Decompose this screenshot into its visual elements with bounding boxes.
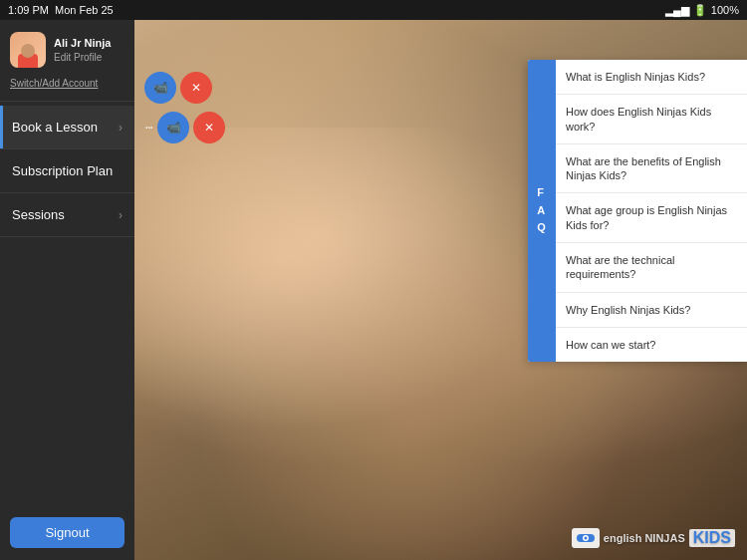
status-time: 1:09 PM <box>8 4 49 16</box>
brand-kids: KIDS <box>689 529 735 547</box>
faq-item-5[interactable]: Why English Ninjas Kids? <box>556 293 747 328</box>
sidebar-item-label-book: Book a Lesson <box>12 120 98 135</box>
video-close-button-1[interactable]: ✕ <box>180 72 212 104</box>
faq-list: What is English Ninjas Kids? How does En… <box>556 60 747 362</box>
sidebar-item-label-sessions: Sessions <box>12 207 65 222</box>
sidebar-item-label-subscription: Subscription Plan <box>12 163 113 178</box>
faq-item-2[interactable]: What are the benefits of English Ninjas … <box>556 144 747 194</box>
video-camera-button-1[interactable]: 📹 <box>144 72 176 104</box>
wifi-icon: ▂▄▆ <box>665 4 689 17</box>
status-bar: 1:09 PM Mon Feb 25 ▂▄▆ 🔋 100% <box>0 0 747 20</box>
faq-item-3[interactable]: What age group is English Ninjas Kids fo… <box>556 193 747 243</box>
active-indicator <box>0 106 3 148</box>
chevron-icon-sessions: › <box>119 208 123 222</box>
faq-item-0[interactable]: What is English Ninjas Kids? <box>556 60 747 95</box>
sidebar-item-subscription[interactable]: Subscription Plan <box>0 149 134 193</box>
avatar <box>10 32 46 68</box>
profile-info: Ali Jr Ninja Edit Profile <box>54 37 111 63</box>
status-bar-left: 1:09 PM Mon Feb 25 <box>8 4 114 16</box>
switch-account-link[interactable]: Switch/Add Account <box>10 78 98 89</box>
camera-icon-1: 📹 <box>153 81 168 95</box>
profile-name: Ali Jr Ninja <box>54 37 111 50</box>
faq-item-4[interactable]: What are the technical requirements? <box>556 243 747 293</box>
faq-panel: FAQ What is English Ninjas Kids? How doe… <box>528 60 747 362</box>
signout-button[interactable]: Signout <box>10 517 124 548</box>
faq-header: FAQ <box>528 60 556 362</box>
avatar-head <box>21 44 35 58</box>
main-content: 📹 ✕ ··· 📹 ✕ FAQ What is <box>134 20 747 560</box>
nav-items: Book a Lesson › Subscription Plan Sessio… <box>0 102 134 505</box>
camera-icon-2: 📹 <box>166 121 181 135</box>
brand-logo: english NINJAS KIDS <box>572 528 735 548</box>
video-row-1: 📹 ✕ <box>144 72 225 104</box>
brand-icon <box>572 528 600 548</box>
ninja-logo-icon <box>576 531 596 545</box>
avatar-inner <box>10 32 46 68</box>
status-day: Mon Feb 25 <box>55 4 114 16</box>
video-camera-button-2[interactable]: 📹 <box>157 112 189 143</box>
avatar-figure <box>17 40 39 68</box>
video-row-2: ··· 📹 ✕ <box>144 112 225 143</box>
sidebar-item-sessions[interactable]: Sessions › <box>0 193 134 237</box>
battery-percent: 100% <box>711 4 739 16</box>
background-image: 📹 ✕ ··· 📹 ✕ FAQ What is <box>134 20 747 560</box>
sidebar-item-book-lesson[interactable]: Book a Lesson › <box>0 106 134 149</box>
more-dots-icon: ··· <box>144 119 151 137</box>
chevron-icon-book: › <box>119 121 123 135</box>
profile-section: Ali Jr Ninja Edit Profile Switch/Add Acc… <box>0 20 134 102</box>
faq-label: FAQ <box>537 184 547 237</box>
close-icon-1: ✕ <box>191 81 201 95</box>
sidebar: Ali Jr Ninja Edit Profile Switch/Add Acc… <box>0 20 134 560</box>
svg-point-2 <box>584 537 587 540</box>
video-close-button-2[interactable]: ✕ <box>193 112 225 143</box>
status-bar-right: ▂▄▆ 🔋 100% <box>665 4 739 17</box>
faq-item-1[interactable]: How does English Ninjas Kids work? <box>556 95 747 144</box>
close-icon-2: ✕ <box>204 121 214 135</box>
video-buttons: 📹 ✕ ··· 📹 ✕ <box>144 72 225 143</box>
battery-icon: 🔋 <box>693 4 707 17</box>
profile-top: Ali Jr Ninja Edit Profile <box>10 32 111 68</box>
faq-item-6[interactable]: How can we start? <box>556 328 747 362</box>
profile-edit-link[interactable]: Edit Profile <box>54 52 111 63</box>
brand-name: english NINJAS <box>604 532 685 544</box>
